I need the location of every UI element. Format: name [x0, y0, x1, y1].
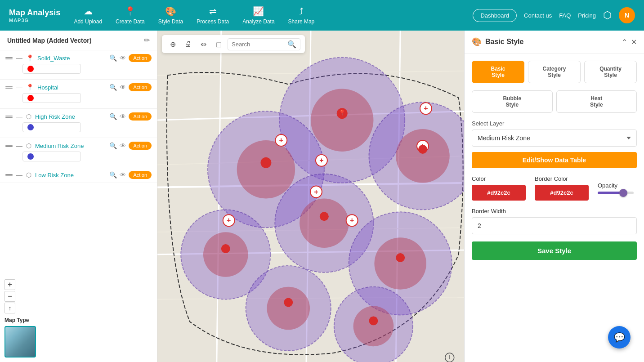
category-style-button[interactable]: CategoryStyle — [528, 61, 581, 83]
search-icon[interactable]: 🔍 — [287, 40, 296, 49]
opacity-track[interactable] — [598, 192, 634, 194]
style-panel-icon: 🎨 — [472, 37, 482, 47]
search-icon[interactable]: 🔍 — [109, 113, 117, 120]
layer-item-solid-waste: — 📍 Solid_Waste 🔍 👁 Action — [0, 50, 157, 80]
pricing-link[interactable]: Pricing — [578, 12, 596, 19]
map-svg: + + + + + + + — [157, 31, 464, 362]
search-box: 🔍 — [228, 38, 300, 50]
nav-analyze-data[interactable]: 📈 Analyze Data — [242, 6, 274, 25]
quantity-style-button[interactable]: QuantityStyle — [584, 61, 637, 83]
bubble-style-button[interactable]: BubbleStyle — [472, 90, 553, 113]
measure-icon[interactable]: ⇔ — [197, 38, 210, 50]
search-icon[interactable]: 🔍 — [109, 171, 117, 179]
compass-button[interactable]: ↑ — [4, 303, 15, 313]
eye-icon[interactable]: 👁 — [120, 54, 126, 62]
chat-button[interactable]: 💬 — [608, 326, 631, 349]
polygon-icon: ⬡ — [26, 171, 31, 179]
layer-name-solid-waste[interactable]: Solid_Waste — [37, 55, 106, 62]
border-width-input[interactable] — [472, 217, 637, 234]
layer-name-medium-risk[interactable]: Medium Risk Zone — [35, 143, 106, 149]
color-row: Color #d92c2c Border Color #d92c2c Opaci… — [472, 175, 637, 201]
svg-text:+: + — [350, 216, 354, 224]
layer-type-icon: — — [16, 142, 22, 149]
nav-style-data[interactable]: 🎨 Style Data — [158, 6, 183, 25]
nav-add-upload-label: Add Upload — [74, 18, 102, 25]
action-button[interactable]: Action — [129, 83, 152, 91]
map-toolbar: ⊕ 🖨 ⇔ ◻ 🔍 — [162, 35, 305, 53]
action-button[interactable]: Action — [129, 142, 152, 150]
action-button[interactable]: Action — [129, 171, 152, 179]
edit-icon[interactable]: ✏ — [144, 36, 150, 45]
color-dot — [27, 153, 34, 160]
nav-right: Dashboard Contact us FAQ Pricing ⬡ N — [473, 7, 635, 23]
eye-icon[interactable]: 👁 — [120, 84, 126, 91]
chat-icon: 💬 — [614, 332, 625, 343]
create-data-icon: 📍 — [125, 6, 136, 17]
nav-share-map[interactable]: ⤴ Share Map — [288, 6, 315, 25]
eye-icon[interactable]: 👁 — [120, 171, 126, 179]
print-icon[interactable]: 🖨 — [182, 38, 194, 50]
layer-row: — ⬡ Low Risk Zone 🔍 👁 Action — [5, 171, 152, 179]
color-swatch-container[interactable] — [22, 93, 81, 103]
svg-point-45 — [320, 212, 329, 221]
search-icon[interactable]: 🔍 — [109, 54, 117, 62]
heat-style-button[interactable]: HeatStyle — [556, 90, 637, 113]
color-dot — [27, 124, 34, 130]
user-avatar[interactable]: N — [619, 7, 635, 23]
color-swatch-container[interactable] — [22, 122, 81, 132]
layer-color-row — [5, 91, 152, 105]
search-icon[interactable]: 🔍 — [109, 84, 117, 91]
nav-add-upload[interactable]: ☁ Add Upload — [74, 6, 102, 25]
search-icon[interactable]: 🔍 — [109, 142, 117, 149]
faq-link[interactable]: FAQ — [559, 12, 571, 19]
border-color-swatch[interactable]: #d92c2c — [535, 185, 589, 201]
map-type-label: Map Type — [4, 317, 36, 323]
select-layer-label: Select Layer — [472, 120, 637, 127]
fit-extent-icon[interactable]: ⊕ — [166, 38, 179, 50]
nav-create-data[interactable]: 📍 Create Data — [116, 6, 145, 25]
drag-handle[interactable] — [5, 86, 13, 89]
search-input[interactable] — [232, 41, 286, 48]
fullscreen-icon[interactable]: ◻ — [212, 38, 225, 50]
contact-us-link[interactable]: Contact us — [524, 12, 552, 19]
zoom-in-button[interactable]: + — [4, 279, 15, 290]
eye-icon[interactable]: 👁 — [120, 113, 126, 120]
layer-type-icon: — — [16, 84, 22, 91]
layer-name-low-risk[interactable]: Low Risk Zone — [35, 172, 106, 179]
minimize-button[interactable]: ⌃ — [622, 38, 627, 46]
color-swatch-container[interactable] — [22, 152, 81, 161]
color-swatch-container[interactable] — [22, 64, 81, 74]
drag-handle[interactable] — [5, 116, 13, 118]
drag-handle[interactable] — [5, 57, 13, 59]
action-button[interactable]: Action — [129, 112, 152, 121]
svg-text:+: + — [314, 188, 318, 196]
close-button[interactable]: ✕ — [631, 38, 637, 46]
drag-handle[interactable] — [5, 174, 13, 176]
svg-point-23 — [203, 232, 248, 277]
border-color-col: Border Color #d92c2c — [535, 175, 589, 201]
select-layer-dropdown[interactable]: Medium Risk Zone High Risk Zone Low Risk… — [472, 130, 637, 147]
nav-process-data[interactable]: ⇌ Process Data — [197, 6, 229, 25]
layer-name-hospital[interactable]: Hospital — [37, 84, 106, 91]
basic-style-button[interactable]: BasicStyle — [472, 61, 524, 83]
dashboard-button[interactable]: Dashboard — [473, 9, 517, 22]
map-thumbnail[interactable] — [4, 326, 36, 358]
panel-controls: ⌃ ✕ — [622, 38, 637, 46]
add-upload-icon: ☁ — [84, 6, 93, 17]
layer-item-high-risk: — ⬡ High Risk Zone 🔍 👁 Action — [0, 109, 157, 138]
border-color-label: Border Color — [535, 175, 589, 182]
edit-data-table-button[interactable]: Edit/Show Data Table — [472, 152, 637, 168]
nav-share-map-label: Share Map — [288, 18, 315, 25]
style-data-icon: 🎨 — [165, 6, 176, 17]
map-container[interactable]: + + + + + + + — [157, 31, 464, 362]
zoom-out-button[interactable]: − — [4, 291, 15, 302]
color-swatch[interactable]: #d92c2c — [472, 185, 526, 201]
opacity-thumb[interactable] — [619, 189, 627, 197]
action-button[interactable]: Action — [129, 54, 152, 62]
eye-icon[interactable]: 👁 — [120, 142, 126, 149]
drag-handle[interactable] — [5, 145, 13, 147]
opacity-slider-container — [598, 192, 634, 194]
layer-name-high-risk[interactable]: High Risk Zone — [35, 113, 106, 120]
panel-title: Basic Style — [485, 38, 523, 46]
save-style-button[interactable]: Save Style — [472, 241, 637, 260]
